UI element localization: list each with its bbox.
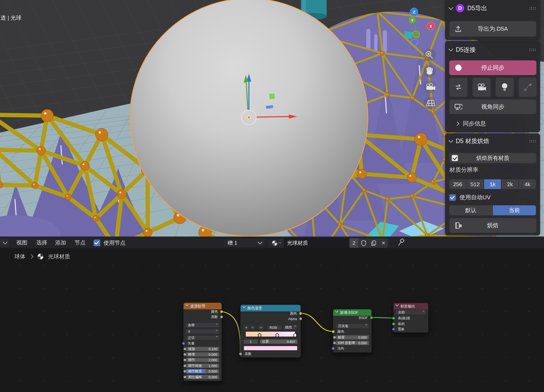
color-ramp-node[interactable]: 颜色渐变 颜色 Alpha + − RGB 线性 1 位置0.6 xyxy=(240,305,301,358)
distortion-slider[interactable]: 畸变0.000 xyxy=(186,352,219,357)
checkbox-checked-icon[interactable] xyxy=(452,155,458,161)
node-header[interactable]: 材质输出 xyxy=(394,303,428,310)
menu-view[interactable]: 视图 xyxy=(16,237,27,248)
socket-volume-input[interactable] xyxy=(392,322,395,326)
socket-scale-input[interactable] xyxy=(183,347,186,351)
color-mode-dropdown[interactable]: RGB xyxy=(267,325,282,330)
menu-select[interactable]: 选择 xyxy=(36,237,47,248)
glass-bsdf-node[interactable]: 玻璃 BSDF BSDF 贝克曼 颜色 糙度0.000 IOR 折射率0.500… xyxy=(333,309,372,353)
resolution-512-button[interactable]: 512 xyxy=(467,179,483,189)
zoom-icon[interactable] xyxy=(423,49,436,61)
stop-sync-button[interactable]: 停止同步 xyxy=(449,60,536,75)
wave-type-dropdown[interactable]: 条带 xyxy=(186,323,219,328)
interpolation-dropdown[interactable]: 线性 xyxy=(283,325,298,330)
pin-icon xyxy=(397,238,405,247)
material-slot-dropdown[interactable]: 槽 1 xyxy=(224,238,265,247)
socket-color-input[interactable] xyxy=(332,330,335,333)
stop-position-slider[interactable]: 位置0.637 xyxy=(260,339,297,344)
resolution-2k-button[interactable]: 2k xyxy=(501,179,518,189)
sync-transform-button[interactable] xyxy=(449,77,468,97)
remove-stop-button[interactable]: − xyxy=(250,325,255,330)
socket-normal-input[interactable] xyxy=(332,347,335,350)
checkbox-checked-icon[interactable] xyxy=(93,239,100,246)
unlink-material-button[interactable]: ✕ xyxy=(378,238,388,248)
socket-detail-scale-input[interactable] xyxy=(183,364,186,367)
gradient-bar[interactable] xyxy=(245,331,295,337)
panel-header[interactable]: D D5导出 xyxy=(445,3,540,13)
panel-header[interactable]: D5连接 xyxy=(445,45,540,55)
panel-drag-handle-icon[interactable] xyxy=(529,7,536,10)
wave-profile-dropdown[interactable]: 正弦 xyxy=(186,335,219,340)
fake-user-shield-button[interactable] xyxy=(358,238,368,248)
panel-drag-handle-icon[interactable] xyxy=(529,48,536,51)
add-stop-button[interactable]: + xyxy=(244,325,249,330)
gradient-stop[interactable] xyxy=(294,333,297,337)
socket-detail-roughness-input[interactable] xyxy=(183,370,186,373)
resolution-1k-button[interactable]: 1k xyxy=(484,179,501,189)
resolution-4k-button[interactable]: 4k xyxy=(519,179,536,189)
menu-add[interactable]: 添加 xyxy=(55,237,66,248)
gradient-stop[interactable] xyxy=(258,333,261,337)
uv-default-button[interactable]: 默认 xyxy=(449,205,492,215)
material-browse-button[interactable] xyxy=(269,238,284,248)
bake-button[interactable]: 烘焙 xyxy=(449,218,536,233)
socket-color-output[interactable] xyxy=(299,312,302,315)
detail-slider[interactable]: 细节2.000 xyxy=(186,358,219,362)
use-nodes-toggle[interactable]: 使用节点 xyxy=(93,239,125,247)
material-output-node[interactable]: 材质输出 全部 表(曲)面 体积 置换 xyxy=(393,303,428,333)
socket-surface-input[interactable] xyxy=(392,317,395,320)
socket-vector-input[interactable] xyxy=(182,342,185,345)
phase-offset-slider[interactable]: 相位偏移0.000 xyxy=(186,375,219,379)
pin-button[interactable] xyxy=(397,238,405,248)
socket-bsdf-output[interactable] xyxy=(370,316,373,319)
socket-distortion-input[interactable] xyxy=(183,353,186,356)
menu-node[interactable]: 节点 xyxy=(75,237,86,248)
socket-alpha-output[interactable] xyxy=(299,317,302,320)
panel-title: D5 材质烘焙 xyxy=(456,137,489,145)
socket-roughness-input[interactable] xyxy=(333,336,336,339)
sync-info-collapsed-section[interactable]: 同步信息 xyxy=(456,120,486,128)
distribution-dropdown[interactable]: 贝克曼 xyxy=(336,323,369,328)
target-dropdown[interactable]: 全部 xyxy=(396,310,426,315)
ior-slider[interactable]: IOR 折射率0.500 xyxy=(336,341,369,345)
uv-current-button[interactable]: 当前 xyxy=(493,205,536,215)
stop-index-field[interactable]: 1 xyxy=(244,339,258,344)
socket-phase-offset-input[interactable] xyxy=(183,375,186,379)
output-row: BSDF xyxy=(333,315,372,320)
sync-path-button[interactable] xyxy=(519,77,537,97)
stop-color-swatch[interactable] xyxy=(244,346,297,351)
copy-icon xyxy=(371,240,376,246)
wave-axis-dropdown[interactable]: X xyxy=(186,329,219,334)
d5-export-panel: D D5导出 导出为.D5A xyxy=(445,0,540,40)
editor-type-dropdown[interactable] xyxy=(0,238,9,248)
detail-scale-slider[interactable]: 细节缩放1.000 xyxy=(186,364,219,368)
socket-fac-output[interactable] xyxy=(220,315,223,318)
new-material-copy-button[interactable] xyxy=(368,238,378,248)
node-header[interactable]: 波浪纹理 xyxy=(184,303,222,309)
socket-fac-input[interactable] xyxy=(239,352,242,356)
ramp-options-dropdown[interactable] xyxy=(258,325,264,330)
panel-drag-handle-icon[interactable] xyxy=(529,140,536,143)
socket-detail-input[interactable] xyxy=(183,358,186,362)
resolution-256-button[interactable]: 256 xyxy=(449,179,466,189)
detail-roughness-slider[interactable]: 细节糙度0.500 xyxy=(186,369,219,373)
gradient-stop-active[interactable] xyxy=(275,333,279,337)
wave-texture-node[interactable]: 波浪纹理 颜色 系数 条带 X 正弦 矢量 缩放0.100 畸变0.000 细节… xyxy=(183,302,222,381)
view-sync-button[interactable]: 视角同步 xyxy=(449,99,536,114)
sync-lights-button[interactable] xyxy=(495,77,514,97)
shader-node-canvas[interactable]: 球体 光球材质 波浪纹理 颜色 系数 xyxy=(0,248,544,392)
socket-color-output[interactable] xyxy=(220,310,223,313)
sync-camera-button[interactable] xyxy=(472,77,491,97)
node-header[interactable]: 颜色渐变 xyxy=(240,305,301,311)
material-name-field[interactable]: 光球材质 xyxy=(284,238,349,248)
bake-all-materials-toggle[interactable]: 烘焙所有材质 xyxy=(449,153,536,163)
checkbox-checked-icon[interactable] xyxy=(449,194,456,201)
export-d5a-button[interactable]: 导出为.D5A xyxy=(449,21,536,37)
axis-x-label: X xyxy=(430,24,432,28)
socket-displacement-input[interactable] xyxy=(392,328,395,331)
socket-ior-input[interactable] xyxy=(333,341,336,344)
panel-header[interactable]: D5 材质烘焙 xyxy=(445,136,540,146)
material-users-count[interactable]: 2 xyxy=(349,238,358,248)
scale-slider[interactable]: 缩放0.100 xyxy=(186,347,219,351)
roughness-slider[interactable]: 糙度0.000 xyxy=(336,335,369,339)
